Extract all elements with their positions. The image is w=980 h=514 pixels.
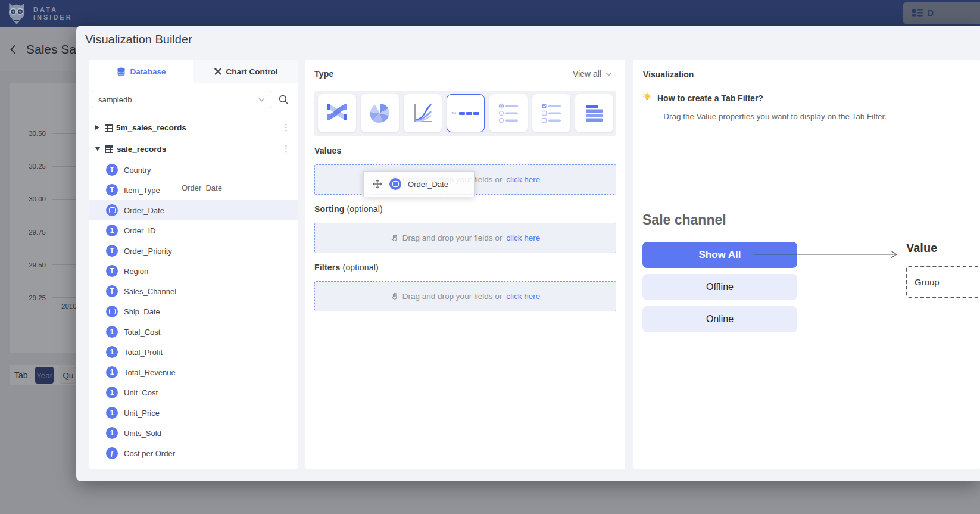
field-label: Region bbox=[124, 267, 148, 276]
view-all-button[interactable]: View all bbox=[573, 69, 612, 79]
field-type-icon: 1 bbox=[106, 427, 118, 439]
dashboard-mode-button[interactable]: D bbox=[903, 2, 980, 24]
field-type-icon: 1 bbox=[106, 387, 118, 398]
table-item-5m-sales-records[interactable]: 5m_sales_records ⋮ bbox=[89, 117, 298, 138]
chevron-down-icon bbox=[258, 98, 265, 102]
field-label: Item_Type bbox=[124, 186, 160, 195]
table-icon bbox=[105, 145, 113, 153]
field-type-icon: 1 bbox=[106, 407, 118, 419]
field-item-total-profit[interactable]: 1 Total_Profit bbox=[89, 342, 298, 362]
field-label: Order_Date bbox=[124, 206, 164, 215]
field-type-icon: T bbox=[106, 285, 118, 297]
chevron-down-icon bbox=[606, 72, 612, 76]
field-item-ship-date[interactable]: Ship_Date bbox=[89, 301, 298, 322]
filters-dropzone[interactable]: Drag and drop your fields or click here bbox=[314, 281, 616, 311]
field-item-total-cost[interactable]: 1 Total_Cost bbox=[89, 322, 298, 342]
field-type-icon bbox=[106, 306, 118, 317]
chart-type-line[interactable] bbox=[404, 94, 442, 132]
checkbox-list-icon bbox=[539, 101, 563, 125]
tools-icon bbox=[214, 67, 222, 76]
field-item-units-sold[interactable]: 1 Units_Sold bbox=[89, 423, 298, 443]
field-item-order-id[interactable]: 1 Order_ID bbox=[89, 220, 298, 241]
chart-type-pie[interactable] bbox=[361, 94, 399, 132]
field-item-region[interactable]: T Region bbox=[89, 261, 298, 281]
search-icon[interactable] bbox=[279, 95, 289, 105]
schema-tree: 5m_sales_records ⋮ sale_records ⋮ T Coun… bbox=[89, 117, 298, 463]
dropzone-click-here-link[interactable]: click here bbox=[506, 175, 540, 184]
table-icon bbox=[105, 124, 113, 132]
field-item-order-date[interactable]: Order_Date bbox=[89, 200, 298, 220]
visualization-panel: Visualization How to create a Tab Filter… bbox=[633, 60, 980, 469]
table-menu-icon[interactable]: ⋮ bbox=[282, 122, 291, 133]
field-label: Ship_Date bbox=[124, 307, 160, 316]
field-label: Total_Profit bbox=[124, 348, 163, 357]
field-label: Order_Priority bbox=[124, 247, 172, 256]
filters-label: Filters (optional) bbox=[314, 263, 379, 272]
database-select-value: sampledb bbox=[98, 95, 132, 104]
dashboard-grid-icon bbox=[912, 9, 923, 18]
database-panel: Database Chart Control sampledb bbox=[89, 60, 298, 469]
widget-title: Sale channel bbox=[642, 212, 726, 228]
modal-title: Visualization Builder bbox=[85, 33, 192, 46]
field-type-icon: ƒ bbox=[106, 447, 118, 459]
owl-logo-icon bbox=[6, 2, 27, 25]
chart-type-table[interactable] bbox=[575, 94, 613, 132]
table-item-sale-records[interactable]: sale_records ⋮ bbox=[89, 138, 298, 160]
field-type-icon: T bbox=[106, 164, 118, 176]
grab-hand-icon bbox=[391, 234, 398, 242]
dropzone-click-here-link[interactable]: click here bbox=[506, 292, 540, 301]
sorting-dropzone[interactable]: Drag and drop your fields or click here bbox=[314, 223, 616, 253]
field-type-icon: T bbox=[106, 184, 118, 196]
dashboard-button-label: D bbox=[928, 8, 934, 18]
field-item-sales-channel[interactable]: T Sales_Channel bbox=[89, 281, 298, 301]
database-search-row: sampledb bbox=[92, 91, 295, 108]
chart-type-sankey[interactable] bbox=[318, 94, 356, 132]
drag-chip-label: Order_Date bbox=[408, 180, 448, 189]
sorting-label: Sorting (optional) bbox=[314, 204, 383, 214]
annotation-value-heading: Value bbox=[906, 241, 937, 255]
field-label: Unit_Cost bbox=[124, 388, 158, 397]
grab-hand-icon bbox=[391, 292, 398, 301]
tab-database[interactable]: Database bbox=[89, 60, 193, 83]
left-panel-tabs: Database Chart Control bbox=[89, 60, 298, 83]
view-all-label: View all bbox=[573, 69, 601, 79]
tab-option-offline[interactable]: Offline bbox=[642, 274, 797, 300]
field-label: Sales_Channel bbox=[124, 287, 176, 296]
table-menu-icon[interactable]: ⋮ bbox=[282, 144, 291, 154]
dropzone-click-here-link[interactable]: click here bbox=[506, 233, 540, 242]
lightbulb-icon bbox=[642, 92, 652, 105]
visualization-builder-modal: Visualization Builder Database bbox=[76, 26, 980, 481]
chart-type-radio-list[interactable] bbox=[489, 94, 528, 132]
field-item-country[interactable]: T Country bbox=[89, 160, 298, 180]
dragging-field-chip[interactable]: Order_Date bbox=[363, 171, 475, 197]
top-navbar: DATA INSIDER D bbox=[0, 0, 980, 27]
chart-type-tab-filter[interactable]: Tab bbox=[447, 94, 485, 132]
field-item-order-priority[interactable]: T Order_Priority bbox=[89, 241, 298, 261]
field-type-icon: 1 bbox=[106, 346, 118, 358]
field-label: Order_ID bbox=[124, 226, 155, 235]
type-label: Type bbox=[314, 69, 333, 79]
radio-list-icon bbox=[497, 101, 520, 125]
field-item-unit-price[interactable]: 1 Unit_Price bbox=[89, 403, 298, 423]
pie-chart-icon bbox=[368, 101, 392, 125]
tab-chart-control[interactable]: Chart Control bbox=[193, 60, 298, 83]
table-chart-icon bbox=[582, 101, 606, 125]
tab-chart-control-label: Chart Control bbox=[226, 67, 278, 76]
drag-ghost-label: Order_Date bbox=[182, 183, 222, 192]
annotation-arrow bbox=[754, 249, 903, 260]
field-item-total-revenue[interactable]: 1 Total_Revenue bbox=[89, 362, 298, 382]
field-label: Units_Sold bbox=[124, 429, 161, 438]
field-item-cost-per-order[interactable]: ƒ Cost per Order bbox=[89, 443, 298, 463]
field-item-unit-cost[interactable]: 1 Unit_Cost bbox=[89, 382, 298, 403]
tip-body: - Drag the Value properties you want to … bbox=[658, 112, 887, 121]
database-select[interactable]: sampledb bbox=[92, 91, 271, 108]
caret-right-icon bbox=[95, 125, 99, 130]
brand-logo: DATA INSIDER bbox=[6, 2, 73, 25]
dropzone-text: Drag and drop your fields or bbox=[402, 292, 502, 301]
tab-option-online[interactable]: Online bbox=[642, 306, 797, 332]
tab-database-label: Database bbox=[130, 67, 166, 76]
chart-type-checkbox-list[interactable] bbox=[532, 94, 570, 132]
database-icon bbox=[117, 67, 126, 76]
caret-down-icon bbox=[95, 147, 100, 151]
visualization-header: Visualization bbox=[643, 70, 694, 79]
